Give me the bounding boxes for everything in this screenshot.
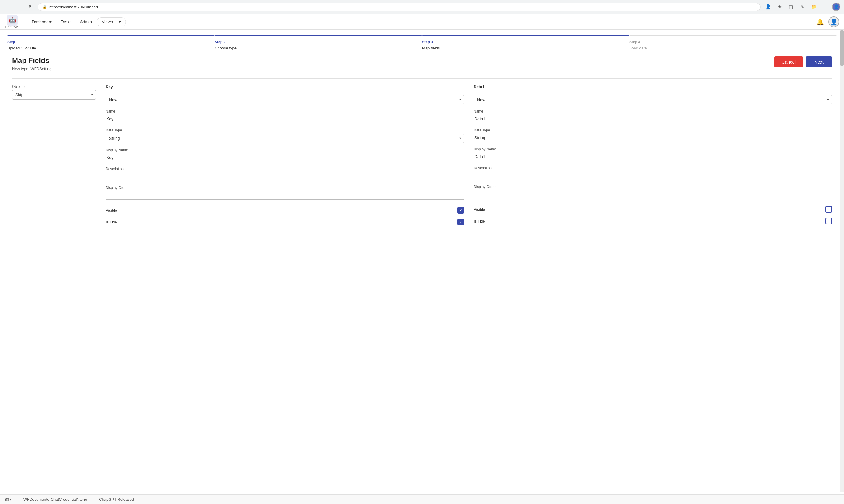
object-id-select-wrapper: Skip bbox=[12, 90, 96, 100]
address-bar[interactable]: 🔒 https://localhost:7063/import bbox=[38, 3, 760, 11]
data1-istitle-row: Is Title bbox=[474, 215, 832, 227]
lock-icon: 🔒 bbox=[42, 5, 47, 9]
fields-grid: Object Id Skip Key New... Name bbox=[12, 78, 832, 228]
step-2: Step 2 Choose type bbox=[215, 35, 422, 50]
data1-datatype-group: Data Type bbox=[474, 128, 832, 142]
data1-name-label: Name bbox=[474, 109, 832, 113]
key-datatype-group: Data Type String bbox=[106, 128, 464, 143]
main-content: Map Fields New type: WFDSettings Cancel … bbox=[0, 50, 844, 234]
key-description-label: Description bbox=[106, 167, 464, 171]
data1-visible-row: Visible bbox=[474, 204, 832, 215]
data1-istitle-checkbox[interactable] bbox=[825, 218, 832, 224]
profile-sync-icon[interactable]: 👤 bbox=[763, 2, 773, 12]
data1-displayorder-group: Display Order bbox=[474, 185, 832, 199]
key-displayorder-group: Display Order bbox=[106, 186, 464, 200]
scrollbar[interactable] bbox=[840, 30, 844, 234]
key-istitle-checkbox[interactable]: ✓ bbox=[457, 219, 464, 225]
extensions-icon[interactable]: ◫ bbox=[786, 2, 795, 12]
step-1-label: Step 1 bbox=[7, 40, 215, 44]
key-name-input[interactable] bbox=[106, 114, 464, 123]
forward-button[interactable]: → bbox=[15, 3, 23, 11]
more-icon[interactable]: ⋯ bbox=[821, 2, 830, 12]
nav-dashboard[interactable]: Dashboard bbox=[28, 17, 56, 26]
data1-displayorder-input[interactable] bbox=[474, 190, 832, 199]
data1-description-group: Description bbox=[474, 166, 832, 180]
object-id-label: Object Id bbox=[12, 85, 96, 89]
step-4: Step 4 Load data bbox=[629, 35, 837, 50]
scrollbar-thumb[interactable] bbox=[840, 30, 844, 66]
app-version: 1.7.952-PE bbox=[5, 25, 20, 29]
key-visible-row: Visible ✓ bbox=[106, 204, 464, 216]
data1-istitle-label: Is Title bbox=[474, 219, 485, 223]
step-3-label: Step 3 bbox=[422, 40, 629, 44]
key-datatype-label: Data Type bbox=[106, 128, 464, 132]
key-name-label: Name bbox=[106, 109, 464, 113]
key-datatype-select-wrapper: String bbox=[106, 133, 464, 143]
key-visible-checkbox[interactable]: ✓ bbox=[457, 207, 464, 214]
key-displayorder-input[interactable] bbox=[106, 191, 464, 200]
main-nav: Dashboard Tasks Admin Views... ▾ bbox=[28, 17, 126, 26]
key-description-input[interactable] bbox=[106, 172, 464, 181]
views-dropdown[interactable]: Views... ▾ bbox=[96, 17, 126, 26]
next-button[interactable]: Next bbox=[806, 56, 832, 68]
key-visible-label: Visible bbox=[106, 208, 117, 213]
key-displayname-group: Display Name bbox=[106, 148, 464, 162]
page-subtitle: New type: WFDSettings bbox=[12, 67, 53, 71]
star-icon[interactable]: ★ bbox=[775, 2, 784, 12]
key-select-wrapper: New... bbox=[106, 95, 464, 104]
url-text: https://localhost:7063/import bbox=[49, 5, 98, 9]
nav-admin[interactable]: Admin bbox=[76, 17, 95, 26]
browser-actions: 👤 ★ ◫ ✎ 📁 ⋯ 👤 bbox=[763, 2, 840, 12]
app-header: 🤖 1.7.952-PE Dashboard Tasks Admin Views… bbox=[0, 14, 844, 30]
key-select[interactable]: New... bbox=[106, 95, 464, 104]
step-4-progress bbox=[629, 35, 837, 36]
data1-description-input[interactable] bbox=[474, 171, 832, 180]
data1-datatype-label: Data Type bbox=[474, 128, 832, 132]
step-3: Step 3 Map fields bbox=[422, 35, 629, 50]
object-id-group: Object Id Skip bbox=[12, 85, 96, 100]
data1-description-label: Description bbox=[474, 166, 832, 170]
key-displayname-label: Display Name bbox=[106, 148, 464, 152]
step-4-name: Load data bbox=[629, 46, 837, 50]
object-id-column: Object Id Skip bbox=[12, 85, 96, 228]
step-3-progress bbox=[422, 35, 629, 36]
data1-column-header: Data1 bbox=[474, 85, 832, 91]
data1-datatype-input[interactable] bbox=[474, 133, 832, 142]
browser-chrome: ← → ↻ 🔒 https://localhost:7063/import 👤 … bbox=[0, 0, 844, 14]
reload-button[interactable]: ↻ bbox=[27, 3, 35, 11]
favorites-icon[interactable]: ✎ bbox=[798, 2, 807, 12]
step-1-progress bbox=[7, 35, 215, 36]
data1-name-group: Name bbox=[474, 109, 832, 123]
step-2-progress bbox=[215, 35, 422, 36]
back-button[interactable]: ← bbox=[4, 3, 12, 11]
data1-displayname-group: Display Name bbox=[474, 147, 832, 161]
notifications-bell-icon[interactable]: 🔔 bbox=[815, 17, 825, 27]
data1-select[interactable]: New... bbox=[474, 95, 832, 104]
data1-visible-checkbox[interactable] bbox=[825, 206, 832, 213]
browser-profile[interactable]: 👤 bbox=[832, 3, 840, 11]
collections-icon[interactable]: 📁 bbox=[809, 2, 818, 12]
app-logo: 🤖 1.7.952-PE bbox=[5, 15, 20, 29]
step-2-label: Step 2 bbox=[215, 40, 422, 44]
data1-displayname-label: Display Name bbox=[474, 147, 832, 151]
header-actions: 🔔 👤 bbox=[815, 17, 839, 27]
page-header: Map Fields New type: WFDSettings Cancel … bbox=[12, 56, 832, 71]
key-description-group: Description bbox=[106, 167, 464, 181]
key-column-header: Key bbox=[106, 85, 464, 91]
nav-tasks[interactable]: Tasks bbox=[57, 17, 75, 26]
page-title-group: Map Fields New type: WFDSettings bbox=[12, 56, 53, 71]
data1-select-group: New... bbox=[474, 95, 832, 104]
step-1: Step 1 Upload CSV File bbox=[7, 35, 215, 50]
user-avatar[interactable]: 👤 bbox=[828, 17, 839, 27]
step-4-label: Step 4 bbox=[629, 40, 837, 44]
key-displayname-input[interactable] bbox=[106, 153, 464, 162]
data1-select-wrapper: New... bbox=[474, 95, 832, 104]
cancel-button[interactable]: Cancel bbox=[774, 56, 803, 68]
steps-wizard: Step 1 Upload CSV File Step 2 Choose typ… bbox=[0, 30, 844, 50]
page-title: Map Fields bbox=[12, 56, 53, 65]
key-datatype-select[interactable]: String bbox=[106, 133, 464, 143]
object-id-select[interactable]: Skip bbox=[12, 90, 96, 100]
views-chevron-icon: ▾ bbox=[119, 19, 121, 24]
data1-name-input[interactable] bbox=[474, 114, 832, 123]
data1-displayname-input[interactable] bbox=[474, 152, 832, 161]
